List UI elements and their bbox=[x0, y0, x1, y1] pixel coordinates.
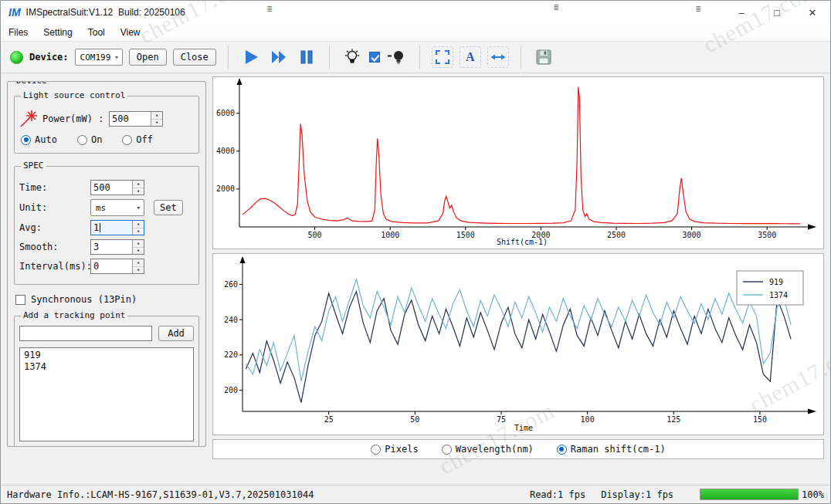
progress-fill bbox=[700, 489, 798, 499]
light-toggle-checkbox[interactable] bbox=[369, 52, 380, 63]
power-input[interactable]: 500 ▴▾ bbox=[109, 111, 163, 127]
tracking-point-list[interactable]: 919 1374 bbox=[19, 347, 194, 441]
toolbar-separator bbox=[228, 46, 229, 69]
power-spinner: ▴▾ bbox=[151, 112, 162, 126]
svg-text:1374: 1374 bbox=[769, 291, 788, 299]
laser-icon bbox=[19, 110, 39, 128]
svg-text:2500: 2500 bbox=[607, 231, 626, 239]
pause-button[interactable] bbox=[296, 46, 317, 68]
continuous-play-button[interactable] bbox=[268, 46, 290, 68]
toolbar-separator bbox=[521, 46, 521, 69]
add-button[interactable]: Add bbox=[158, 326, 194, 341]
toolbar-separator bbox=[329, 46, 330, 69]
fit-width-button[interactable] bbox=[487, 46, 509, 68]
radio-wavelength[interactable]: Wavelength(nm) bbox=[442, 444, 534, 455]
text-caret bbox=[100, 223, 100, 232]
spinner-up-icon[interactable]: ▴ bbox=[133, 240, 144, 248]
svg-text:Shift(cm-1): Shift(cm-1) bbox=[497, 238, 548, 246]
sync-label: Synchronous (13Pin) bbox=[31, 294, 137, 305]
spinner-up-icon[interactable]: ▴ bbox=[133, 259, 144, 267]
light-off-button[interactable] bbox=[386, 46, 408, 68]
set-button[interactable]: Set bbox=[154, 200, 183, 215]
chevron-down-icon: ▾ bbox=[137, 204, 141, 211]
autoscale-button[interactable]: A bbox=[460, 46, 481, 68]
close-device-button[interactable]: Close bbox=[173, 49, 216, 66]
com-port-select[interactable]: COM199 ▾ bbox=[75, 49, 123, 66]
svg-text:125: 125 bbox=[666, 415, 680, 424]
list-item[interactable]: 1374 bbox=[24, 361, 189, 373]
menubar: Files Setting Tool View bbox=[1, 24, 830, 41]
svg-text:25: 25 bbox=[324, 415, 334, 424]
svg-text:220: 220 bbox=[224, 350, 238, 359]
radio-dot-icon bbox=[21, 135, 31, 145]
spinner-down-icon[interactable]: ▾ bbox=[133, 267, 144, 274]
radio-off-label: Off bbox=[136, 134, 153, 145]
list-item[interactable]: 919 bbox=[24, 350, 189, 361]
menu-files[interactable]: Files bbox=[1, 25, 36, 39]
radio-dot-icon bbox=[77, 135, 87, 145]
menu-view[interactable]: View bbox=[113, 25, 148, 39]
window-controls: – □ ✕ bbox=[724, 1, 830, 24]
statusbar: Hardware Info.:LCAM-HS-9167,S11639-01,V3… bbox=[1, 485, 830, 503]
unit-select[interactable]: ms ▾ bbox=[90, 199, 144, 216]
time-input[interactable]: 500 ▴▾ bbox=[90, 180, 144, 195]
radio-auto-label: Auto bbox=[35, 134, 57, 145]
minimize-button[interactable]: – bbox=[724, 1, 759, 24]
expand-icon bbox=[433, 48, 452, 66]
radio-auto[interactable]: Auto bbox=[21, 134, 57, 145]
radio-off[interactable]: Off bbox=[122, 134, 153, 145]
radio-dot-icon bbox=[371, 445, 381, 455]
svg-text:919: 919 bbox=[769, 278, 783, 286]
svg-text:500: 500 bbox=[308, 231, 322, 239]
device-group: Device Light source control Power(mW) : bbox=[7, 81, 206, 447]
titlebar: IM IMSpectralSuit:V1.12 Build: 20250106 … bbox=[1, 1, 830, 24]
window-title: IMSpectralSuit:V1.12 Build: 20250106 bbox=[26, 7, 185, 18]
avg-label: Avg: bbox=[19, 222, 90, 233]
power-value: 500 bbox=[110, 112, 151, 126]
svg-text:1000: 1000 bbox=[381, 231, 399, 239]
fit-window-button[interactable] bbox=[432, 46, 453, 68]
radio-dot-icon bbox=[122, 135, 132, 145]
interval-input[interactable]: 0 ▴▾ bbox=[90, 259, 144, 274]
interval-spinner: ▴▾ bbox=[132, 259, 144, 273]
save-button[interactable] bbox=[533, 46, 555, 68]
radio-raman-shift[interactable]: Raman shift(cm-1) bbox=[557, 444, 666, 455]
spinner-down-icon[interactable]: ▾ bbox=[151, 120, 162, 127]
sync-checkbox[interactable]: Synchronous (13Pin) bbox=[15, 294, 199, 305]
spinner-up-icon[interactable]: ▴ bbox=[151, 112, 162, 120]
device-group-label: Device bbox=[14, 81, 49, 86]
light-source-group: Light source control Power(mW) : 500 bbox=[14, 96, 199, 154]
radio-on[interactable]: On bbox=[77, 134, 102, 145]
svg-text:150: 150 bbox=[753, 415, 767, 424]
light-on-button[interactable] bbox=[341, 46, 363, 68]
spinner-up-icon[interactable]: ▴ bbox=[133, 181, 144, 188]
svg-text:260: 260 bbox=[224, 280, 238, 289]
smooth-spinner: ▴▾ bbox=[132, 240, 144, 254]
menu-setting[interactable]: Setting bbox=[36, 25, 80, 39]
tracking-point-input[interactable] bbox=[19, 326, 152, 341]
svg-text:100: 100 bbox=[581, 415, 595, 424]
avg-input[interactable]: 1 ▴▾ bbox=[90, 220, 144, 235]
play-button[interactable] bbox=[240, 46, 262, 68]
letter-a-icon: A bbox=[466, 50, 475, 64]
avg-spinner: ▴▾ bbox=[132, 221, 144, 235]
com-port-value: COM199 bbox=[80, 52, 111, 63]
maximize-button[interactable]: □ bbox=[759, 1, 795, 24]
smooth-input[interactable]: 3 ▴▾ bbox=[90, 239, 144, 255]
svg-text:200: 200 bbox=[224, 386, 238, 394]
spinner-down-icon[interactable]: ▾ bbox=[133, 228, 144, 235]
light-source-group-label: Light source control bbox=[21, 90, 127, 101]
spinner-down-icon[interactable]: ▾ bbox=[133, 248, 144, 255]
app-window: chem17.com chem17.com chem17.com chem17.… bbox=[0, 0, 831, 504]
spinner-down-icon[interactable]: ▾ bbox=[133, 188, 144, 195]
play-icon bbox=[242, 48, 260, 66]
progress-label: 100% bbox=[802, 489, 824, 500]
open-device-button[interactable]: Open bbox=[129, 49, 167, 66]
close-window-button[interactable]: ✕ bbox=[795, 1, 830, 24]
svg-text:2000: 2000 bbox=[216, 184, 235, 193]
menu-tool[interactable]: Tool bbox=[80, 25, 113, 39]
spinner-up-icon[interactable]: ▴ bbox=[133, 221, 144, 228]
radio-raman-shift-label: Raman shift(cm-1) bbox=[571, 444, 666, 455]
charts-area: 500100015002000250030003500200040006000S… bbox=[212, 76, 824, 485]
radio-pixels[interactable]: Pixels bbox=[371, 444, 418, 455]
